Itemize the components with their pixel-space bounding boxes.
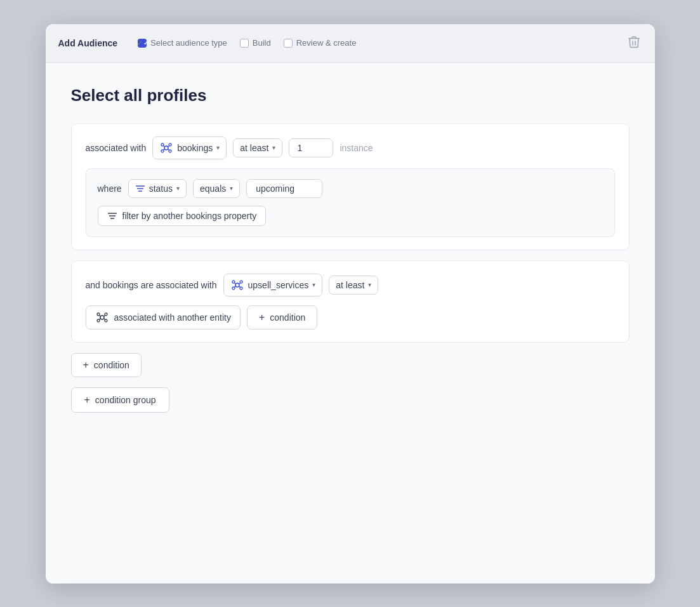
entity-select[interactable]: bookings ▾ [152, 137, 227, 159]
value-field[interactable]: upcoming [246, 179, 322, 198]
assoc-frequency-chevron-icon: ▾ [368, 281, 371, 288]
associated-with-label: associated with [86, 143, 147, 153]
svg-point-2 [169, 143, 171, 146]
where-label: where [98, 183, 122, 194]
svg-point-19 [240, 287, 242, 290]
add-condition-button[interactable]: + condition [71, 353, 142, 377]
frequency-label: at least [240, 143, 268, 153]
step-select-audience-type[interactable]: ✓ Select audience type [138, 38, 227, 48]
assoc-header-row: and bookings are associated with [86, 274, 615, 297]
add-assoc-button[interactable]: associated with another entity [86, 305, 241, 330]
assoc-entity-label: upsell_services [248, 280, 309, 290]
svg-line-23 [239, 286, 240, 287]
svg-line-22 [234, 286, 235, 287]
add-filter-icon [107, 211, 117, 221]
svg-line-8 [168, 149, 169, 150]
step-label-build: Build [253, 38, 271, 48]
property-chevron-icon: ▾ [176, 185, 180, 192]
svg-point-28 [105, 319, 107, 322]
association-block: and bookings are associated with [71, 260, 630, 343]
step-build[interactable]: Build [240, 38, 271, 48]
instance-label: instance [340, 143, 373, 153]
trash-icon [628, 36, 640, 48]
step-label-select-audience-type: Select audience type [150, 38, 227, 48]
svg-line-6 [168, 145, 169, 147]
value-label: upcoming [256, 183, 294, 194]
step-label-review-create: Review & create [296, 38, 357, 48]
svg-point-24 [100, 316, 104, 319]
step-review-create[interactable]: Review & create [284, 38, 357, 48]
frequency-select[interactable]: at least ▾ [233, 138, 282, 157]
assoc-relations-icon [230, 278, 244, 292]
step-checkbox-select-audience-type[interactable]: ✓ [138, 39, 147, 48]
assoc-frequency-select[interactable]: at least ▾ [329, 276, 378, 295]
add-inner-condition-label: condition [270, 312, 305, 323]
add-condition-group-container: + condition group [71, 387, 630, 413]
add-inner-condition-plus-icon: + [259, 312, 265, 323]
add-assoc-icon [95, 310, 109, 324]
add-audience-window: Add Audience ✓ Select audience type Buil… [46, 24, 655, 584]
count-input[interactable] [289, 138, 333, 157]
svg-line-7 [164, 149, 165, 150]
svg-point-18 [232, 287, 235, 290]
entity-label: bookings [177, 143, 213, 153]
delete-button[interactable] [626, 33, 642, 53]
svg-line-20 [234, 283, 235, 284]
relations-icon [159, 141, 173, 155]
add-group-label: condition group [95, 395, 156, 405]
add-filter-button[interactable]: filter by another bookings property [98, 206, 267, 226]
assoc-frequency-label: at least [336, 280, 364, 290]
assoc-entity-select[interactable]: upsell_services ▾ [223, 274, 323, 297]
filter-icon [135, 183, 145, 194]
svg-point-0 [164, 146, 168, 150]
add-condition-container: + condition [71, 353, 630, 377]
add-assoc-label: associated with another entity [114, 312, 231, 323]
svg-point-4 [169, 150, 171, 152]
add-condition-label: condition [94, 360, 129, 370]
step-checkbox-review-create[interactable] [284, 39, 293, 48]
property-select[interactable]: status ▾ [128, 179, 187, 198]
add-inner-condition-button[interactable]: + condition [247, 305, 317, 330]
svg-line-31 [99, 318, 100, 319]
operator-label: equals [200, 183, 226, 194]
svg-line-30 [103, 315, 105, 316]
where-row: where status ▾ equals [98, 179, 603, 198]
svg-line-21 [239, 283, 240, 284]
add-condition-group-button[interactable]: + condition group [71, 387, 169, 413]
svg-point-26 [105, 313, 107, 316]
svg-point-15 [235, 283, 239, 287]
main-condition-row: associated with [86, 137, 615, 159]
operator-chevron-icon: ▾ [230, 185, 233, 192]
assoc-prefix-label: and bookings are associated with [86, 280, 217, 290]
assoc-action-row: associated with another entity + conditi… [86, 305, 615, 330]
svg-point-1 [161, 143, 164, 146]
main-condition-block: associated with [71, 123, 630, 250]
svg-point-17 [240, 281, 242, 283]
frequency-chevron-icon: ▾ [272, 144, 275, 151]
svg-line-29 [99, 315, 100, 316]
svg-point-25 [97, 313, 100, 316]
entity-chevron-icon: ▾ [216, 144, 220, 151]
main-content: Select all profiles associated with [46, 63, 655, 584]
property-label: status [149, 183, 173, 194]
svg-line-5 [164, 145, 165, 147]
where-sub-block: where status ▾ equals [86, 168, 615, 237]
operator-select[interactable]: equals ▾ [193, 179, 240, 198]
titlebar: Add Audience ✓ Select audience type Buil… [46, 24, 655, 63]
svg-line-32 [103, 318, 105, 319]
svg-point-16 [232, 281, 235, 283]
add-condition-plus-icon: + [83, 359, 89, 371]
add-filter-label: filter by another bookings property [122, 211, 257, 221]
svg-point-27 [97, 319, 100, 322]
titlebar-steps: ✓ Select audience type Build Review & cr… [138, 38, 610, 48]
step-checkbox-build[interactable] [240, 39, 249, 48]
add-group-plus-icon: + [84, 394, 90, 406]
assoc-entity-chevron-icon: ▾ [312, 281, 315, 288]
svg-point-3 [161, 150, 164, 152]
page-title: Select all profiles [71, 86, 630, 105]
titlebar-title: Add Audience [58, 38, 118, 48]
